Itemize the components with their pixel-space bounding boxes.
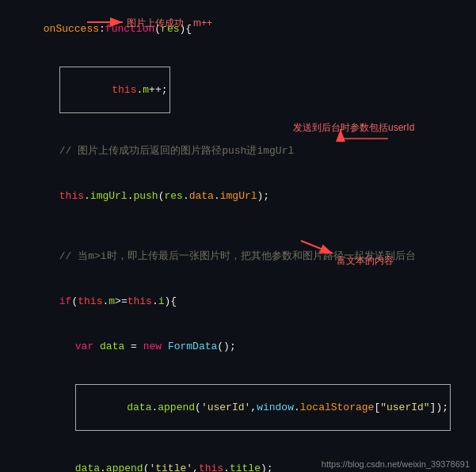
- code-token: .: [294, 402, 300, 413]
- code-token: (: [154, 23, 161, 35]
- code-token: );: [261, 462, 273, 472]
- code-token: ){: [165, 295, 177, 307]
- code-line-5: this.imgUrl.push(res.data.imgUrl);: [6, 173, 470, 219]
- code-token: title: [230, 462, 261, 472]
- code-token: m: [143, 84, 149, 96]
- code-token: imgUrl: [90, 190, 128, 202]
- code-token: data: [100, 341, 124, 352]
- code-line-10: data.append('userId',window.localStorage…: [6, 369, 470, 446]
- code-token: );: [257, 190, 270, 202]
- code-token: var: [75, 341, 93, 352]
- code-token: [162, 341, 168, 352]
- code-token: .: [214, 190, 220, 202]
- code-token: imgUrl: [220, 190, 257, 202]
- code-token: append: [106, 462, 143, 472]
- code-token: this: [78, 295, 102, 307]
- code-token: ,: [192, 462, 199, 472]
- code-container: onSuccess:function(res){ this.m++; // 图片…: [0, 0, 476, 472]
- code-token: function: [105, 23, 154, 35]
- code-token: ++;: [149, 84, 167, 96]
- code-line-1: onSuccess:function(res){: [6, 6, 470, 51]
- code-lines: onSuccess:function(res){ this.m++; // 图片…: [6, 6, 470, 472]
- code-line-9: var data = new FormData();: [6, 324, 470, 369]
- code-token: res: [161, 23, 179, 35]
- code-token: ]);: [430, 402, 448, 413]
- code-token: ();: [217, 341, 235, 352]
- code-token: // 当m>i时，即上传最后一张图片时，把其他参数和图片路径一起发送到后台: [59, 250, 416, 262]
- code-token: [93, 341, 100, 352]
- code-line-2: this.m++;: [6, 51, 470, 128]
- code-token: onSuccess: [44, 23, 99, 35]
- code-token: data: [127, 402, 151, 413]
- code-token: this: [112, 84, 136, 96]
- code-token: append: [158, 402, 195, 413]
- code-token: // 图片上传成功后返回的图片路径push进imgUrl: [59, 145, 294, 157]
- code-token: .: [183, 190, 189, 202]
- code-token: (: [195, 402, 201, 413]
- code-token: .: [152, 295, 158, 307]
- code-token: (: [158, 190, 165, 202]
- code-token: new: [143, 341, 162, 352]
- code-line-7: // 当m>i时，即上传最后一张图片时，把其他参数和图片路径一起发送到后台: [6, 234, 470, 279]
- code-token: .: [84, 190, 90, 202]
- code-token: m: [109, 295, 115, 307]
- code-token: window: [257, 402, 294, 413]
- code-line-6: [6, 219, 470, 234]
- code-token: ){: [179, 23, 192, 35]
- code-token: "userId": [380, 402, 429, 413]
- code-token: ,: [250, 402, 257, 413]
- code-token: =: [124, 341, 143, 352]
- code-line-3: // 图片上传成功后返回的图片路径push进imgUrl: [6, 128, 470, 173]
- code-token: FormData: [168, 341, 217, 352]
- code-token: push: [133, 190, 158, 202]
- code-token: data: [75, 462, 100, 472]
- code-token: 'userId': [201, 402, 250, 413]
- code-token: this: [128, 295, 152, 307]
- footer-url: https://blog.csdn.net/weixin_39378691: [322, 459, 470, 469]
- code-line-8: if(this.m>=this.i){: [6, 279, 470, 324]
- code-token: res: [165, 190, 183, 202]
- code-token: :: [99, 23, 105, 35]
- code-token: >=: [115, 295, 128, 307]
- code-token: .: [223, 462, 230, 472]
- code-token: this: [199, 462, 223, 472]
- code-token: .: [100, 462, 106, 472]
- code-token: localStorage: [300, 402, 375, 413]
- code-token: data: [189, 190, 214, 202]
- code-token: i: [158, 295, 165, 307]
- code-token: this: [59, 190, 84, 202]
- code-token: if: [59, 295, 72, 307]
- code-token: 'title': [149, 462, 192, 472]
